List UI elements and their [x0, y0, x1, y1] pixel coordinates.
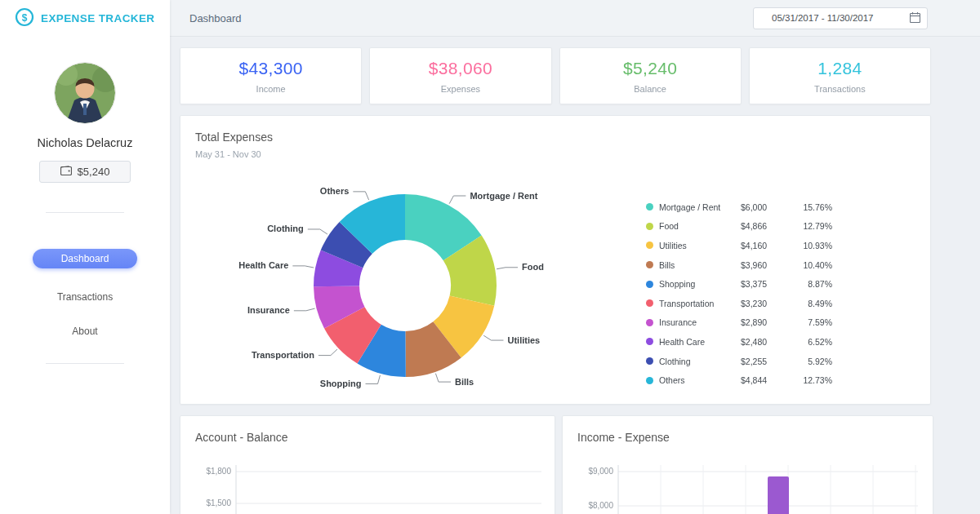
donut-label-line — [292, 266, 314, 268]
legend-amount: $3,960 — [741, 260, 785, 270]
legend-item[interactable]: Food $4,866 12.79% — [646, 217, 832, 237]
donut-label: Shopping — [320, 379, 362, 388]
legend-label: Shopping — [659, 279, 741, 289]
legend-label: Clothing — [659, 357, 741, 366]
legend-amount: $3,375 — [741, 279, 785, 289]
divider — [46, 363, 124, 364]
legend-label: Mortgage / Rent — [659, 202, 741, 212]
wallet-icon — [60, 166, 72, 178]
svg-text:$1,800: $1,800 — [206, 467, 231, 476]
date-range-picker[interactable]: 05/31/2017 - 11/30/2017 — [753, 7, 928, 29]
donut-label: Bills — [455, 377, 474, 387]
stat-card-expenses: $38,060 Expenses — [369, 47, 551, 104]
account-balance-card: Account - Balance $1,800$1,500 — [180, 415, 555, 514]
stat-card-income: $43,300 Income — [180, 47, 362, 104]
legend-color-dot — [646, 357, 653, 365]
income-label: Income — [256, 84, 286, 94]
donut-label-line — [366, 375, 381, 384]
legend-amount: $2,890 — [741, 317, 785, 327]
legend-color-dot — [646, 203, 653, 210]
expenses-value: $38,060 — [429, 59, 492, 78]
legend-color-dot — [646, 281, 653, 288]
svg-text:$9,000: $9,000 — [588, 467, 613, 476]
page-title: Dashboard — [189, 12, 242, 24]
donut-label: Mortgage / Rent — [470, 191, 537, 201]
legend-item[interactable]: Others $4,844 12.73% — [646, 370, 832, 390]
bar[interactable] — [768, 476, 789, 514]
expenses-legend: Mortgage / Rent $6,000 15.76% Food $4,86… — [646, 197, 832, 390]
expenses-label: Expenses — [441, 84, 480, 94]
sidebar-item-transactions[interactable]: Transactions — [57, 291, 113, 303]
donut-label-line — [318, 349, 337, 356]
avatar — [55, 63, 115, 123]
transactions-label: Transactions — [814, 84, 866, 94]
svg-text:$1,500: $1,500 — [206, 498, 231, 507]
sidebar-nav: Dashboard Transactions About — [0, 249, 170, 337]
legend-percent: 12.79% — [785, 221, 832, 231]
account-balance-title: Account - Balance — [195, 431, 540, 444]
legend-percent: 10.93% — [785, 241, 832, 250]
balance-label: Balance — [634, 84, 666, 94]
donut-label: Health Care — [238, 260, 288, 270]
legend-item[interactable]: Clothing $2,255 5.92% — [646, 352, 832, 371]
legend-item[interactable]: Shopping $3,375 8.87% — [646, 274, 832, 294]
legend-label: Health Care — [659, 337, 741, 347]
donut-label-line — [435, 374, 451, 382]
legend-label: Others — [659, 375, 741, 385]
legend-amount: $2,255 — [741, 357, 785, 366]
bottom-charts-row: Account - Balance $1,800$1,500 Income - … — [180, 415, 931, 514]
donut-label: Clothing — [267, 224, 304, 233]
stats-row: $43,300 Income $38,060 Expenses $5,240 B… — [180, 47, 931, 104]
legend-item[interactable]: Transportation $3,230 8.49% — [646, 294, 832, 313]
legend-label: Food — [659, 221, 741, 231]
income-expense-title: Income - Expense — [577, 431, 918, 444]
legend-item[interactable]: Mortgage / Rent $6,000 15.76% — [646, 197, 832, 217]
divider — [46, 212, 124, 213]
legend-color-dot — [646, 299, 653, 307]
app-logo[interactable]: $ EXPENSE TRACKER — [0, 0, 170, 37]
transactions-value: 1,284 — [817, 59, 862, 78]
legend-amount: $6,000 — [741, 202, 785, 212]
dollar-circle-icon: $ — [15, 7, 34, 30]
expenses-donut-chart[interactable]: Mortgage / RentFoodUtilitiesBillsShoppin… — [191, 167, 648, 404]
legend-item[interactable]: Health Care $2,480 6.52% — [646, 332, 832, 352]
legend-amount: $3,230 — [741, 299, 785, 308]
legend-percent: 6.52% — [785, 337, 832, 347]
legend-percent: 8.87% — [785, 279, 832, 289]
legend-amount: $4,160 — [741, 241, 785, 250]
donut-label-line — [497, 268, 518, 269]
legend-percent: 15.76% — [785, 202, 832, 212]
legend-item[interactable]: Bills $3,960 10.40% — [646, 255, 832, 275]
date-range-value: 05/31/2017 - 11/30/2017 — [772, 13, 873, 23]
svg-text:$: $ — [22, 11, 28, 23]
topbar: Dashboard 05/31/2017 - 11/30/2017 — [170, 0, 980, 37]
legend-percent: 8.49% — [785, 299, 832, 308]
income-expense-card: Income - Expense $9,000$8,000 — [562, 415, 933, 514]
legend-color-dot — [646, 319, 653, 326]
donut-label-line — [449, 196, 466, 204]
donut-label-line — [308, 229, 327, 234]
legend-percent: 5.92% — [785, 357, 832, 366]
donut-label: Food — [522, 262, 544, 272]
wallet-balance-button[interactable]: $5,240 — [39, 161, 131, 183]
legend-amount: $2,480 — [741, 337, 785, 347]
legend-label: Transportation — [659, 299, 741, 308]
legend-color-dot — [646, 261, 653, 268]
income-expense-chart[interactable]: $9,000$8,000 — [577, 455, 918, 514]
wallet-balance-value: $5,240 — [78, 166, 110, 178]
sidebar-item-dashboard[interactable]: Dashboard — [33, 249, 137, 268]
donut-label: Transportation — [252, 350, 314, 360]
main-content: $43,300 Income $38,060 Expenses $5,240 B… — [170, 37, 980, 514]
balance-value: $5,240 — [623, 59, 677, 78]
legend-percent: 10.40% — [785, 260, 832, 270]
legend-item[interactable]: Insurance $2,890 7.59% — [646, 313, 832, 333]
sidebar-item-about[interactable]: About — [72, 326, 97, 337]
stat-card-transactions: 1,284 Transactions — [749, 47, 931, 104]
account-balance-chart[interactable]: $1,800$1,500 — [195, 455, 541, 514]
legend-label: Utilities — [659, 241, 741, 250]
legend-label: Bills — [659, 260, 741, 270]
donut-label: Insurance — [247, 305, 290, 315]
svg-text:$8,000: $8,000 — [588, 501, 613, 510]
legend-color-dot — [646, 338, 653, 345]
legend-item[interactable]: Utilities $4,160 10.93% — [646, 236, 832, 255]
